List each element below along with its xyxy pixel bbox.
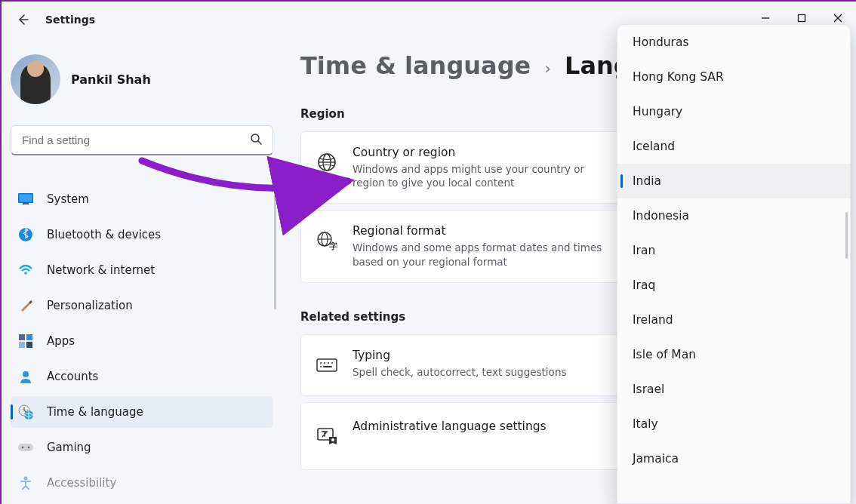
svg-point-37 — [320, 366, 322, 367]
svg-rect-21 — [18, 444, 33, 451]
svg-rect-13 — [26, 334, 32, 340]
svg-point-35 — [328, 362, 329, 364]
keyboard-icon — [316, 349, 337, 382]
svg-point-40 — [331, 438, 334, 441]
sidebar-item-label: Time & language — [47, 405, 143, 419]
svg-point-24 — [24, 477, 28, 481]
search-input[interactable] — [11, 125, 273, 155]
chevron-right-icon: › — [544, 59, 551, 78]
sidebar-item-apps[interactable]: Apps — [11, 325, 273, 357]
sidebar-item-label: Bluetooth & devices — [47, 228, 161, 241]
card-desc: Windows and some apps format dates and t… — [353, 241, 609, 268]
svg-rect-38 — [323, 366, 332, 367]
card-title: Administrative language settings — [353, 419, 547, 433]
dropdown-option[interactable]: Israel — [617, 372, 850, 407]
svg-rect-9 — [23, 203, 29, 204]
svg-point-16 — [23, 371, 29, 377]
dropdown-option[interactable]: Hong Kong SAR — [617, 60, 850, 94]
back-button[interactable] — [15, 12, 30, 27]
svg-point-23 — [28, 447, 29, 448]
dropdown-option[interactable]: Indonesia — [617, 198, 850, 233]
sidebar-item-gaming[interactable]: Gaming — [11, 432, 273, 463]
dropdown-option[interactable]: Iraq — [617, 268, 850, 303]
sidebar-item-system[interactable]: System — [11, 183, 273, 215]
monitor-icon — [18, 192, 33, 207]
sidebar-scrollbar[interactable] — [274, 180, 276, 309]
card-desc: Spell check, autocorrect, text suggestio… — [353, 365, 566, 379]
brush-icon — [18, 298, 33, 313]
sidebar-item-label: Personalization — [47, 299, 133, 312]
svg-rect-12 — [19, 334, 25, 340]
dropdown-option[interactable]: Isle of Man — [617, 337, 850, 372]
svg-rect-8 — [20, 195, 32, 202]
svg-rect-1 — [799, 15, 805, 22]
sidebar-nav: System Bluetooth & devices Network & int… — [11, 180, 273, 502]
sidebar-item-label: Apps — [47, 334, 75, 348]
grid-icon — [18, 333, 33, 349]
clock-globe-icon — [18, 404, 33, 419]
svg-point-22 — [22, 447, 23, 448]
card-desc: Windows and apps might use your country … — [353, 162, 609, 189]
dropdown-option[interactable]: India — [617, 164, 850, 198]
sidebar-item-accounts[interactable]: Accounts — [11, 361, 273, 392]
svg-text:字: 字 — [329, 241, 337, 250]
dropdown-option[interactable]: Iceland — [617, 129, 850, 164]
breadcrumb-parent[interactable]: Time & language — [300, 51, 531, 80]
sidebar-item-label: Accounts — [47, 370, 98, 383]
svg-rect-14 — [19, 342, 25, 348]
sidebar-item-label: Gaming — [47, 441, 91, 454]
gamepad-icon — [18, 440, 33, 455]
svg-point-5 — [251, 134, 259, 142]
sidebar-item-label: Network & internet — [47, 263, 155, 277]
bluetooth-icon — [18, 227, 33, 242]
card-title: Country or region — [353, 146, 609, 159]
avatar — [11, 54, 60, 104]
person-icon — [18, 369, 33, 384]
user-name: Pankil Shah — [71, 72, 151, 87]
search-icon — [250, 133, 262, 148]
svg-line-6 — [258, 141, 261, 144]
dropdown-option[interactable]: Italy — [617, 407, 850, 441]
app-title: Settings — [45, 14, 95, 26]
sidebar-item-bluetooth[interactable]: Bluetooth & devices — [11, 219, 273, 250]
user-profile[interactable]: Pankil Shah — [11, 54, 273, 104]
dropdown-option[interactable]: Hungary — [617, 94, 850, 129]
sidebar-item-network[interactable]: Network & internet — [11, 254, 273, 286]
svg-point-34 — [324, 362, 325, 364]
search-field[interactable] — [22, 134, 250, 146]
svg-rect-15 — [26, 342, 32, 348]
dropdown-option[interactable]: Iran — [617, 233, 850, 268]
svg-rect-32 — [317, 359, 337, 371]
sidebar-item-time-language[interactable]: Time & language — [11, 396, 273, 428]
svg-point-36 — [331, 362, 333, 364]
sidebar-item-accessibility[interactable]: Accessibility — [11, 467, 273, 499]
dropdown-option[interactable]: Ireland — [617, 303, 850, 337]
svg-point-33 — [320, 362, 322, 364]
sidebar-item-personalization[interactable]: Personalization — [11, 290, 273, 321]
wifi-icon — [18, 263, 33, 278]
sidebar-item-label: System — [47, 192, 89, 206]
country-dropdown[interactable]: HondurasHong Kong SARHungaryIcelandIndia… — [617, 24, 851, 504]
dropdown-scrollbar[interactable] — [845, 212, 848, 259]
sidebar-item-label: Accessibility — [47, 476, 116, 490]
accessibility-icon — [18, 475, 33, 490]
language-globe-icon: 字 — [316, 224, 337, 257]
globe-icon — [316, 146, 337, 179]
svg-point-11 — [24, 272, 27, 275]
dropdown-option[interactable]: Honduras — [617, 25, 850, 60]
dropdown-option[interactable]: Jamaica — [617, 441, 850, 476]
card-title: Regional format — [353, 224, 609, 238]
card-title: Typing — [353, 349, 566, 362]
admin-language-icon — [316, 419, 337, 453]
